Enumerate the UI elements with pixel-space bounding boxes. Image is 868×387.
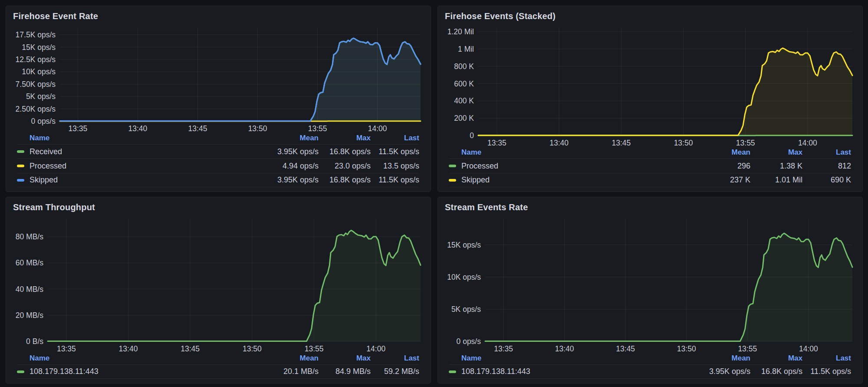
panel-title[interactable]: Firehose Event Rate <box>13 11 98 21</box>
series-label[interactable]: Processed <box>30 162 66 171</box>
legend-col-max[interactable]: Max <box>750 354 802 363</box>
series-max-value: 23.0 ops/s <box>319 162 371 171</box>
series-toggle[interactable]: Processed <box>17 162 251 171</box>
time-series-chart[interactable]: 0 ops/s2.50K ops/s5K ops/s7.50K ops/s10K… <box>12 24 425 132</box>
y-axis-tick-label: 0 ops/s <box>457 337 481 346</box>
legend-col-name[interactable]: Name <box>17 354 251 363</box>
y-axis-tick-label: 5K ops/s <box>26 92 56 101</box>
x-axis-tick-label: 13:55 <box>738 344 757 353</box>
y-axis-tick-label: 10K ops/s <box>447 273 481 281</box>
series-label[interactable]: 108.179.138.11:443 <box>461 367 530 376</box>
panel-firehose-event-rate: Firehose Event Rate 0 ops/s2.50K ops/s5K… <box>6 6 431 192</box>
series-label[interactable]: 108.179.138.11:443 <box>30 367 99 376</box>
legend-col-name[interactable]: Name <box>17 134 251 142</box>
x-axis-tick-label: 13:35 <box>487 139 506 147</box>
y-axis-tick-label: 0 <box>470 131 474 140</box>
legend-col-max[interactable]: Max <box>750 148 802 157</box>
series-label[interactable]: Skipped <box>461 175 490 185</box>
y-axis-tick-label: 800 K <box>454 62 474 71</box>
y-axis-tick-label: 17.5K ops/s <box>16 30 56 39</box>
dashboard-grid: Firehose Event Rate 0 ops/s2.50K ops/s5K… <box>0 0 868 387</box>
legend-col-last[interactable]: Last <box>802 148 851 157</box>
panel-header: Stream Events Rate <box>438 197 862 215</box>
panel-stream-events-rate: Stream Events Rate 0 ops/s5K ops/s10K op… <box>437 197 863 384</box>
x-axis-tick-label: 13:45 <box>181 344 200 353</box>
legend-col-mean[interactable]: Mean <box>251 354 319 363</box>
legend-col-max[interactable]: Max <box>319 354 371 363</box>
x-axis-tick-label: 13:40 <box>128 124 148 133</box>
y-axis-tick-label: 2.50K ops/s <box>16 105 56 113</box>
y-axis-tick-label: 80 MB/s <box>16 232 43 241</box>
x-axis-tick-label: 13:45 <box>612 139 631 147</box>
series-toggle[interactable]: Processed <box>449 162 683 171</box>
y-axis-tick-label: 400 K <box>454 96 474 105</box>
legend-series-row: Processed4.94 ops/s23.0 ops/s13.5 ops/s <box>17 159 419 173</box>
panel-header: Firehose Event Rate <box>6 6 431 24</box>
time-series-chart[interactable]: 0 ops/s5K ops/s10K ops/s15K ops/s13:3513… <box>444 215 857 352</box>
series-max-value: 84.9 MB/s <box>319 367 371 376</box>
legend-col-last[interactable]: Last <box>371 354 419 363</box>
panel-title[interactable]: Stream Throughput <box>13 202 95 212</box>
x-axis-tick-label: 13:55 <box>308 124 327 133</box>
y-axis-tick-label: 1.20 Mil <box>447 27 474 36</box>
time-series-chart[interactable]: 0 B/s20 MB/s40 MB/s60 MB/s80 MB/s13:3513… <box>12 215 425 352</box>
legend-series-row: 108.179.138.11:4433.95K ops/s16.8K ops/s… <box>449 364 851 379</box>
x-axis-tick-label: 13:55 <box>736 139 755 147</box>
series-max-value: 1.01 Mil <box>750 175 802 185</box>
series-last-value: 59.2 MB/s <box>371 367 419 376</box>
y-axis-tick-label: 60 MB/s <box>16 258 43 267</box>
series-mean-value: 3.95K ops/s <box>251 175 319 185</box>
x-axis-tick-label: 13:45 <box>188 124 207 133</box>
series-last-value: 11.5K ops/s <box>371 147 419 156</box>
legend-col-mean[interactable]: Mean <box>683 354 750 363</box>
legend-col-name[interactable]: Name <box>449 354 683 363</box>
series-last-value: 11.5K ops/s <box>371 175 419 185</box>
series-toggle[interactable]: Skipped <box>449 175 683 185</box>
y-axis-tick-label: 7.50K ops/s <box>16 80 56 89</box>
time-series-chart[interactable]: 0200 K400 K600 K800 K1 Mil1.20 Mil13:351… <box>444 24 857 146</box>
x-axis-tick-label: 13:50 <box>248 124 267 133</box>
legend-col-name[interactable]: Name <box>449 148 683 157</box>
series-color-marker <box>17 165 24 167</box>
legend-series-row: 108.179.138.11:44320.1 MB/s84.9 MB/s59.2… <box>17 364 419 379</box>
series-max-value: 16.8K ops/s <box>319 147 371 156</box>
series-label[interactable]: Received <box>30 147 62 156</box>
legend-col-last[interactable]: Last <box>802 354 851 363</box>
series-color-marker <box>449 370 456 373</box>
series-last-value: 11.5K ops/s <box>802 367 851 376</box>
y-axis-tick-label: 0 ops/s <box>31 117 56 126</box>
y-axis-tick-label: 40 MB/s <box>16 285 43 294</box>
legend-col-last[interactable]: Last <box>371 134 419 142</box>
chart-canvas: 0 ops/s5K ops/s10K ops/s15K ops/s13:3513… <box>444 215 857 354</box>
series-toggle[interactable]: 108.179.138.11:443 <box>449 367 683 376</box>
x-axis-tick-label: 13:35 <box>57 344 76 353</box>
legend-col-max[interactable]: Max <box>319 134 371 142</box>
series-mean-value: 4.94 ops/s <box>251 162 319 171</box>
series-last-value: 13.5 ops/s <box>371 162 419 171</box>
series-toggle[interactable]: Received <box>17 147 251 156</box>
panel-title[interactable]: Firehose Events (Stacked) <box>445 11 556 21</box>
series-color-marker <box>17 370 24 373</box>
series-color-marker <box>17 179 24 182</box>
x-axis-tick-label: 13:40 <box>119 344 138 353</box>
panel-title[interactable]: Stream Events Rate <box>445 202 528 212</box>
legend-col-mean[interactable]: Mean <box>251 134 319 142</box>
series-last-value: 812 <box>802 162 851 171</box>
y-axis-tick-label: 15K ops/s <box>22 43 56 52</box>
legend-col-mean[interactable]: Mean <box>683 148 750 157</box>
series-toggle[interactable]: 108.179.138.11:443 <box>17 367 251 376</box>
series-mean-value: 237 K <box>683 175 750 185</box>
y-axis-tick-label: 600 K <box>454 79 474 88</box>
series-toggle[interactable]: Skipped <box>17 175 251 185</box>
series-label[interactable]: Processed <box>461 162 498 171</box>
x-axis-tick-label: 14:00 <box>798 139 817 147</box>
chart-canvas: 0 ops/s2.50K ops/s5K ops/s7.50K ops/s10K… <box>12 24 425 134</box>
series-label[interactable]: Skipped <box>30 175 58 185</box>
panel-header: Stream Throughput <box>6 197 431 215</box>
legend-series-row: Received3.95K ops/s16.8K ops/s11.5K ops/… <box>17 144 419 159</box>
series-max-value: 16.8K ops/s <box>750 367 802 376</box>
x-axis-tick-label: 13:35 <box>494 344 513 353</box>
x-axis-tick-label: 13:50 <box>243 344 262 353</box>
y-axis-tick-label: 200 K <box>454 114 474 122</box>
x-axis-tick-label: 13:40 <box>549 139 569 147</box>
